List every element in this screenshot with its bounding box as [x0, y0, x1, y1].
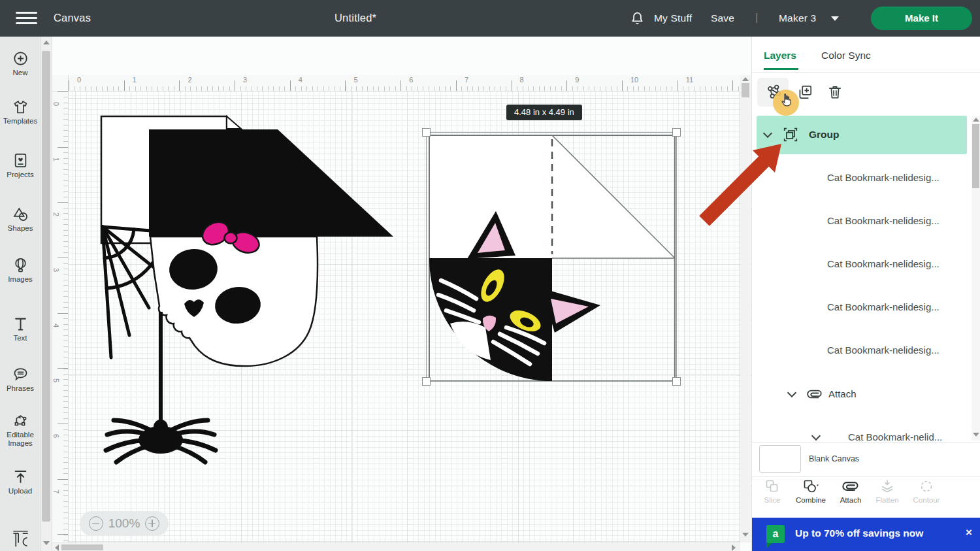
tab-layers[interactable]: Layers	[764, 50, 796, 61]
skull-bookmark-artwork[interactable]	[91, 108, 405, 474]
action-combine[interactable]: Combine	[792, 478, 830, 504]
ruler-number: 1	[133, 76, 137, 84]
top-bar: Canvas Untitled* My Stuff Save | Maker 3…	[0, 0, 980, 37]
layer-item-1[interactable]: Cat Bookmark-nelidesig...	[827, 171, 939, 184]
blank-canvas-label: Blank Canvas	[809, 454, 859, 463]
images-balloon-icon	[12, 256, 29, 274]
editable-images-icon	[12, 412, 29, 429]
my-stuff-link[interactable]: My Stuff	[654, 12, 692, 24]
ruler-number: 4	[299, 76, 302, 84]
zoom-control: 100%	[80, 511, 169, 536]
duplicate-button[interactable]	[796, 84, 813, 101]
action-slice: Slice	[753, 478, 791, 504]
document-title[interactable]: Untitled*	[335, 12, 376, 24]
layers-scrollbar[interactable]	[972, 116, 980, 441]
app-window: Canvas Untitled* My Stuff Save | Maker 3…	[0, 0, 980, 551]
ruler-vertical: 012345678	[52, 92, 69, 543]
slice-icon	[764, 478, 780, 494]
ruler-number: 6	[52, 434, 60, 438]
ruler-number: 2	[188, 76, 191, 84]
selection-bounding-box[interactable]	[426, 132, 677, 382]
menu-icon[interactable]	[16, 12, 37, 25]
annotation-arrow	[686, 131, 791, 235]
action-contour: Contour	[907, 478, 945, 504]
promo-banner[interactable]: a Up to 70% off savings now ×	[752, 518, 980, 551]
projects-card-icon	[12, 152, 29, 169]
size-tooltip: 4.48 in x 4.49 in	[506, 105, 582, 120]
blank-canvas-swatch[interactable]	[759, 445, 801, 473]
banner-close-icon[interactable]: ×	[966, 526, 972, 539]
sidebar-item-new[interactable]: New	[0, 50, 41, 77]
attach-chevron-down-icon[interactable]	[787, 388, 796, 397]
delete-button[interactable]	[826, 84, 843, 101]
group-label: Group	[809, 129, 840, 141]
sidebar-item-upload[interactable]: Upload	[0, 468, 41, 495]
topbar-divider: |	[755, 11, 759, 24]
ruler-number: 3	[243, 76, 247, 84]
canvas-left-scrollbar[interactable]	[41, 37, 52, 551]
layer-item-5[interactable]: Cat Bookmark-nelidesig...	[827, 344, 939, 357]
ruler-number: 7	[52, 489, 60, 493]
tab-color-sync[interactable]: Color Sync	[821, 50, 871, 61]
sidebar-item-shapes[interactable]: Shapes	[0, 205, 41, 233]
ruler-number: 0	[77, 76, 81, 84]
sidebar-item-phrases[interactable]: Phrases	[0, 365, 41, 393]
layer-row-nested[interactable]: Cat Bookmark-nelid...	[752, 430, 972, 446]
action-attach[interactable]: Attach	[832, 478, 870, 504]
zoom-out-button[interactable]	[89, 516, 103, 531]
promo-text: Up to 70% off savings now	[795, 527, 923, 539]
attach-layer-icon	[806, 388, 823, 401]
contour-icon	[919, 478, 934, 494]
save-link[interactable]: Save	[711, 12, 734, 24]
ruler-number: 9	[575, 76, 579, 84]
make-it-button[interactable]: Make It	[871, 7, 972, 30]
notifications-bell-icon[interactable]	[629, 10, 645, 27]
layer-item-3[interactable]: Cat Bookmark-nelidesig...	[827, 258, 939, 271]
layer-item-2[interactable]: Cat Bookmark-nelidesig...	[827, 214, 939, 227]
ruler-number: 2	[52, 212, 60, 216]
witch-hat	[149, 129, 393, 237]
new-plus-icon	[12, 50, 29, 67]
canvas-horizontal-scrollbar[interactable]	[52, 543, 740, 551]
ruler-number: 6	[409, 76, 413, 84]
combine-icon	[802, 478, 819, 494]
hand-cursor-icon	[778, 92, 795, 110]
monogram-icon	[11, 528, 30, 550]
design-sidebar: New Templates Projects Shapes	[0, 37, 41, 551]
flatten-icon	[879, 478, 895, 494]
ruler-number: 11	[686, 76, 693, 84]
selection-handle-bottom-left[interactable]	[422, 377, 431, 386]
canvas-area[interactable]: 01234567891011 012345678	[41, 37, 751, 551]
promo-logo: a	[766, 525, 785, 543]
ruler-number: 3	[52, 268, 60, 272]
layer-row-attach[interactable]: Attach	[752, 387, 972, 403]
ruler-number: 8	[520, 76, 524, 84]
action-flatten: Flatten	[868, 478, 906, 504]
ruler-corner	[52, 75, 69, 92]
sidebar-item-text[interactable]: Text	[0, 315, 41, 342]
sidebar-item-templates[interactable]: Templates	[0, 98, 41, 125]
phrases-bubble-icon	[12, 365, 29, 383]
active-tab-underline	[764, 68, 798, 70]
selection-handle-top-right[interactable]	[672, 128, 681, 137]
sidebar-item-monogram[interactable]	[0, 528, 41, 550]
nested-chevron-down-icon[interactable]	[811, 431, 821, 441]
text-icon	[12, 315, 29, 333]
zoom-in-button[interactable]	[145, 516, 159, 531]
ruler-number: 5	[52, 378, 60, 382]
ruler-number: 1	[52, 158, 60, 161]
machine-selector[interactable]: Maker 3	[779, 12, 816, 24]
sidebar-item-projects[interactable]: Projects	[0, 152, 41, 179]
selection-handle-top-left[interactable]	[422, 128, 431, 137]
attach-action-icon	[841, 478, 860, 494]
ruler-number: 10	[630, 76, 638, 84]
ruler-number: 7	[465, 76, 468, 84]
ruler-number: 0	[52, 102, 60, 106]
sidebar-item-images[interactable]: Images	[0, 256, 41, 284]
ruler-number: 4	[52, 324, 60, 327]
machine-chevron-down-icon[interactable]	[831, 16, 839, 21]
layer-item-4[interactable]: Cat Bookmark-nelidesig...	[827, 301, 939, 314]
selection-handle-bottom-right[interactable]	[672, 377, 681, 386]
shapes-icon	[12, 205, 29, 223]
sidebar-item-editable-images[interactable]: Editable Images	[0, 412, 41, 448]
